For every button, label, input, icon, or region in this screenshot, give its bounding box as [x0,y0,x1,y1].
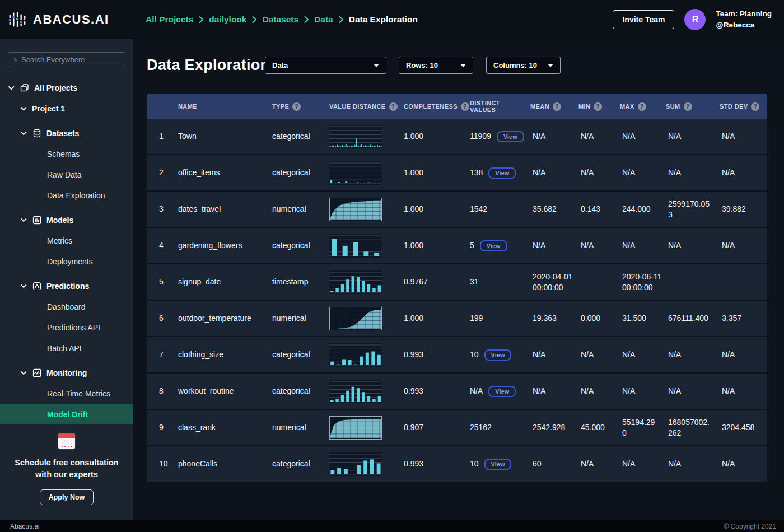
sidebar-item-label: Raw Data [47,170,81,179]
cell-row-index: 8 [147,374,174,409]
sidebar-item-all-projects[interactable]: All Projects [0,77,133,98]
breadcrumb-link-all-projects[interactable]: All Projects [146,15,193,25]
chevron-down-icon [20,130,27,137]
view-button[interactable]: View [488,386,516,397]
table-row-gardening-flowers: 4gardening_flowerscategorical1.0005ViewN… [147,228,767,264]
sidebar-item-batch-api[interactable]: Batch API [0,338,133,358]
chevron-down-icon [20,283,27,290]
help-icon[interactable]: ? [684,102,692,111]
breadcrumb-link-data[interactable]: Data [314,15,333,25]
calendar-icon [58,433,75,449]
breadcrumb-link-dailylook[interactable]: dailylook [209,15,246,25]
cell-distinct-values: N/AView [465,374,526,409]
table-row-signup-date: 5signup_datetimestamp0.9767312020-04-01 … [147,264,767,301]
breadcrumb-link-data-exploration: Data Exploration [349,15,418,25]
sidebar-item-label: Predictions [46,282,89,291]
cell-row-index: 4 [147,228,174,263]
sidebar-item-label: Model Drift [47,410,88,419]
cell-std-dev: 3204.458 [715,410,767,445]
view-button[interactable]: View [484,459,512,470]
help-icon[interactable]: ? [594,102,602,111]
distinct-values-text: 199 [470,313,483,323]
sidebar-item-monitoring[interactable]: Monitoring [0,362,133,383]
sparkline-chart [329,270,382,294]
column-header-value-distance: VALUE DISTANCE? [325,94,399,119]
view-button[interactable]: View [497,131,524,142]
help-icon[interactable]: ? [389,102,398,111]
sidebar-item-predictions[interactable]: Predictions [0,276,133,296]
apply-now-button[interactable]: Apply Now [40,489,94,505]
cell-completeness: 1.000 [399,301,465,336]
sidebar-item-schemas[interactable]: Schemas [0,143,133,164]
cell-mean: N/A [526,374,574,409]
rows-select-dropdown[interactable]: Rows: 10 [399,57,473,74]
chevron-down-icon [20,105,27,112]
sidebar-item-model-drift[interactable]: Model Drift [0,404,133,424]
view-button[interactable]: View [484,349,512,361]
sidebar-item-dashboard[interactable]: Dashboard [0,296,133,317]
cell-distinct-values: 10View [465,337,526,372]
column-header-label: VALUE DISTANCE [329,103,386,110]
breadcrumb-link-datasets[interactable]: Datasets [262,15,298,25]
sidebar-item-deployments[interactable]: Deployments [0,251,133,272]
search-input[interactable] [21,55,120,64]
data-select-dropdown[interactable]: Data [265,57,386,74]
abacus-logo[interactable]: ABACUS.AI [0,11,109,29]
distinct-values-text: 138 [470,167,483,178]
cell-distinct-values: 25162 [465,410,526,445]
help-icon[interactable]: ? [751,102,759,111]
table-row-town: 1Towncategorical1.00011909ViewN/AN/AN/AN… [147,119,767,155]
sidebar-item-raw-data[interactable]: Raw Data [0,164,133,185]
cell-name: phoneCalls [174,446,268,482]
cell-mean: N/A [526,119,574,154]
sidebar-item-datasets[interactable]: Datasets [0,123,133,143]
invite-team-button[interactable]: Invite Team [613,10,674,29]
chevron-down-icon [20,370,27,376]
search-box[interactable] [8,52,125,67]
column-header-label: TYPE [272,103,289,110]
cell-sum: N/A [661,374,715,409]
cell-completeness: 0.9767 [399,264,465,300]
cell-min: N/A [574,446,615,482]
chevron-down-icon [548,64,553,67]
cell-type: categorical [268,119,325,154]
sidebar-item-label: Batch API [47,344,81,353]
cell-max: N/A [615,446,661,482]
cell-name: outdoor_temperature [174,301,268,336]
view-button[interactable]: View [480,240,507,251]
sidebar-item-project-1[interactable]: Project 1 [0,98,133,119]
cell-sum: N/A [661,155,715,190]
sidebar-item-predictions-api[interactable]: Predictions API [0,317,133,338]
columns-select-dropdown[interactable]: Columns: 10 [486,57,561,74]
help-icon[interactable]: ? [292,102,301,111]
table-row-office-items: 2office_itemscategorical1.000138ViewN/AN… [147,155,767,192]
cell-row-index: 5 [147,264,174,300]
sidebar-item-metrics[interactable]: Metrics [0,230,133,251]
cell-std-dev: N/A [715,446,767,482]
help-icon[interactable]: ? [638,102,646,111]
cell-completeness: 0.993 [399,374,465,409]
column-header-std-dev: STD DEV? [715,94,767,119]
column-header-label: MAX [620,103,634,110]
sparkline-chart [329,452,382,476]
column-header-label: MIN [578,103,590,110]
table-row-outdoor-temperature: 6outdoor_temperaturenumerical1.00019919.… [147,301,767,337]
promo-text: Schedule free consultation with our expe… [9,457,124,480]
avatar[interactable]: R [684,9,706,30]
columns-select-value: Columns: 10 [493,61,537,69]
max-date-text: 2020-06-11 00:00:00 [622,272,682,292]
view-button[interactable]: View [488,167,516,179]
sidebar-item-real-time-metrics[interactable]: Real-Time Metrics [0,383,133,404]
help-icon[interactable]: ? [553,102,561,111]
cell-mean: N/A [526,155,574,190]
cell-min: 45.000 [574,410,615,445]
sidebar-item-data-exploration[interactable]: Data Exploration [0,185,133,206]
table-row-dates-travel: 3dates_travelnumerical1.000154235.6820.1… [147,192,767,228]
cell-type: categorical [268,155,325,190]
sidebar-item-models[interactable]: Models [0,209,133,230]
cell-mean: 2542.928 [526,410,574,445]
cell-type: numerical [268,410,325,445]
cell-type: timestamp [268,264,325,300]
cell-row-index: 9 [147,410,174,445]
sidebar-item-label: Models [46,216,73,225]
